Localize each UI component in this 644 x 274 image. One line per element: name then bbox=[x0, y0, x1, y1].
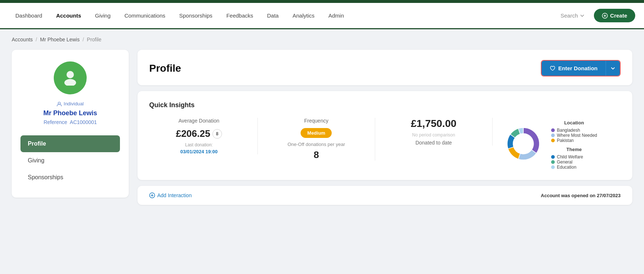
svg-point-3 bbox=[58, 102, 60, 104]
plus-icon bbox=[149, 192, 155, 198]
profile-title: Profile bbox=[149, 63, 181, 74]
donut-chart bbox=[501, 122, 545, 166]
svg-point-2 bbox=[64, 79, 76, 86]
nav-item-admin[interactable]: Admin bbox=[322, 10, 351, 22]
frequency-count: 8 bbox=[314, 149, 319, 161]
insights-card: Quick Insights Average Donation £206.25 … bbox=[138, 91, 632, 180]
account-reference: Reference AC1000001 bbox=[44, 119, 97, 125]
legend-item: Where Most Needed bbox=[551, 133, 597, 138]
nav-item-data[interactable]: Data bbox=[260, 10, 285, 22]
insights-row: Average Donation £206.25 8 Last donation… bbox=[149, 118, 621, 170]
nav-item-accounts[interactable]: Accounts bbox=[49, 10, 87, 22]
nav-item-giving[interactable]: Giving bbox=[88, 10, 117, 22]
breadcrumb-person[interactable]: Mr Phoebe Lewis bbox=[40, 37, 79, 42]
chart-block: Location BangladeshWhere Most NeededPaki… bbox=[493, 118, 621, 170]
sidebar-nav-sponsorships[interactable]: Sponsorships bbox=[20, 169, 120, 186]
search-button[interactable]: Search bbox=[557, 10, 588, 21]
individual-icon bbox=[57, 101, 62, 106]
average-donation-label: Average Donation bbox=[178, 118, 219, 124]
donated-amount: £1,750.00 bbox=[411, 118, 456, 130]
svg-point-1 bbox=[67, 71, 74, 78]
location-legend-title: Location bbox=[551, 120, 597, 125]
nav-item-communications[interactable]: Communications bbox=[118, 10, 172, 22]
enter-donation-dropdown[interactable] bbox=[606, 61, 620, 76]
create-button[interactable]: Create bbox=[594, 9, 635, 22]
last-donation-value[interactable]: 03/01/2024 19:00 bbox=[180, 149, 218, 154]
frequency-badge: Medium bbox=[301, 128, 332, 138]
enter-donation-button[interactable]: Enter Donation bbox=[542, 61, 606, 76]
plus-circle-icon bbox=[602, 13, 608, 19]
average-donation-value: £206.25 8 bbox=[176, 128, 222, 139]
search-label: Search bbox=[561, 12, 578, 19]
main-content: Individual Mr Phoebe Lewis Reference AC1… bbox=[0, 50, 644, 217]
average-donation-block: Average Donation £206.25 8 Last donation… bbox=[149, 118, 258, 154]
sidebar-navigation: ProfileGivingSponsorships bbox=[20, 135, 120, 186]
top-accent-bar bbox=[0, 0, 644, 3]
last-donation-label: Last donation: bbox=[185, 142, 212, 147]
nav-links: DashboardAccountsGivingCommunicationsSpo… bbox=[9, 10, 557, 22]
top-navigation: DashboardAccountsGivingCommunicationsSpo… bbox=[0, 3, 644, 29]
donated-comparison: No period comparison bbox=[412, 132, 455, 138]
legend-item: Bangladesh bbox=[551, 128, 597, 133]
nav-item-analytics[interactable]: Analytics bbox=[286, 10, 321, 22]
theme-legend-title: Theme bbox=[551, 147, 597, 152]
chart-legend: Location BangladeshWhere Most NeededPaki… bbox=[551, 118, 597, 170]
frequency-sub-label: One-Off donations per year bbox=[287, 142, 345, 147]
frequency-block: Frequency Medium One-Off donations per y… bbox=[258, 118, 375, 161]
sidebar-nav-profile[interactable]: Profile bbox=[20, 135, 120, 152]
legend-item: General bbox=[551, 159, 597, 165]
breadcrumb: Accounts / Mr Phoebe Lewis / Profile bbox=[0, 29, 644, 50]
insights-title: Quick Insights bbox=[149, 101, 621, 109]
add-interaction-button[interactable]: Add Interaction bbox=[149, 192, 192, 198]
nav-item-feedbacks[interactable]: Feedbacks bbox=[220, 10, 260, 22]
heart-icon bbox=[550, 65, 556, 71]
legend-item: Child Welfare bbox=[551, 154, 597, 159]
account-opened-info: Account was opened on 27/07/2023 bbox=[541, 193, 621, 198]
donated-block: £1,750.00 No period comparison Donated t… bbox=[375, 118, 493, 146]
sidebar-nav-giving[interactable]: Giving bbox=[20, 152, 120, 169]
donated-label: Donated to date bbox=[415, 140, 452, 146]
breadcrumb-current: Profile bbox=[87, 37, 102, 42]
nav-item-dashboard[interactable]: Dashboard bbox=[9, 10, 49, 22]
account-name: Mr Phoebe Lewis bbox=[43, 109, 97, 117]
right-content: Profile Enter Donation Quick Insights Av… bbox=[138, 50, 632, 205]
legend-item: Education bbox=[551, 165, 597, 170]
bottom-bar: Add Interaction Account was opened on 27… bbox=[138, 186, 632, 205]
account-type-badge: Individual bbox=[57, 101, 84, 106]
top-bar-right: Search Create bbox=[557, 9, 635, 22]
nav-item-sponsorships[interactable]: Sponsorships bbox=[173, 10, 219, 22]
chevron-down-icon bbox=[580, 14, 584, 18]
frequency-label: Frequency bbox=[304, 118, 328, 124]
average-donation-count: 8 bbox=[212, 129, 222, 139]
user-icon bbox=[61, 68, 79, 88]
legend-item: Pakistan bbox=[551, 138, 597, 143]
profile-header-card: Profile Enter Donation bbox=[138, 50, 632, 85]
avatar bbox=[54, 61, 87, 94]
breadcrumb-accounts[interactable]: Accounts bbox=[12, 37, 33, 42]
chevron-down-icon bbox=[610, 66, 615, 71]
enter-donation-button-wrap: Enter Donation bbox=[541, 60, 621, 76]
sidebar-card: Individual Mr Phoebe Lewis Reference AC1… bbox=[12, 50, 129, 198]
